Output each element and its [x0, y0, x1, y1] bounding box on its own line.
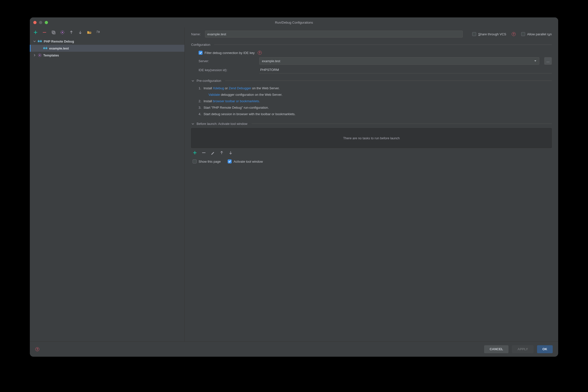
cancel-button[interactable]: CANCEL	[484, 345, 509, 353]
chevron-down-icon	[33, 40, 36, 43]
tree-group-label: PHP Remote Debug	[44, 40, 74, 43]
close-icon[interactable]	[33, 21, 36, 24]
show-this-page-checkbox[interactable]: Show this page	[193, 160, 221, 164]
link[interactable]: Validate	[209, 93, 220, 96]
help-icon[interactable]: ?	[512, 32, 516, 36]
move-up-icon[interactable]	[69, 30, 73, 34]
remove-task-icon[interactable]	[202, 150, 206, 155]
zoom-icon[interactable]	[45, 21, 48, 24]
tree-group-php-remote-debug[interactable]: PHP Remote Debug	[30, 38, 184, 45]
configuration-section-title: Configuration	[191, 43, 552, 46]
name-label: Name:	[191, 32, 201, 36]
checkbox-icon	[521, 32, 525, 36]
svg-rect-0	[52, 31, 54, 33]
help-icon[interactable]: ?	[258, 51, 262, 55]
svg-rect-1	[53, 32, 55, 34]
gear-icon	[38, 53, 42, 57]
link[interactable]: Xdebug	[213, 86, 224, 90]
folder-icon[interactable]	[87, 30, 91, 34]
preconfig-step: 4.Start debug session in browser with th…	[199, 111, 552, 118]
svg-rect-5	[43, 47, 45, 49]
sort-icon[interactable]	[96, 30, 100, 34]
svg-rect-4	[40, 40, 42, 42]
php-bug-icon	[43, 46, 48, 50]
move-task-down-icon[interactable]	[228, 150, 233, 155]
server-label: Server:	[199, 59, 256, 63]
ide-key-label: IDE key(session id):	[199, 68, 256, 72]
preconfig-step: 2.Install browser toolbar or bookmarklet…	[199, 98, 552, 104]
sidebar: PHP Remote Debug example.test	[30, 27, 185, 341]
dialog-window: Run/Debug Configurations	[30, 18, 558, 357]
config-tree[interactable]: PHP Remote Debug example.test	[30, 37, 184, 341]
window-controls	[33, 21, 48, 24]
preconfig-step: 3.Start "PHP Remote Debug" run-configura…	[199, 104, 552, 111]
preconfig-list: 1.Install Xdebug or Zend Debugger on the…	[191, 85, 552, 118]
svg-rect-3	[38, 40, 39, 42]
browse-server-button[interactable]: …	[544, 57, 552, 65]
checkbox-icon	[193, 160, 197, 164]
allow-parallel-run-checkbox[interactable]: Allow parallel run	[521, 32, 552, 36]
minimize-icon[interactable]	[39, 21, 42, 24]
tree-group-label: Templates	[43, 54, 59, 57]
add-task-icon[interactable]	[193, 150, 197, 155]
svg-point-2	[62, 32, 63, 33]
dialog-title: Run/Debug Configurations	[30, 21, 558, 24]
tree-item-example-test[interactable]: example.test	[30, 45, 184, 52]
chevron-right-icon	[33, 54, 36, 57]
copy-icon[interactable]	[51, 30, 56, 34]
server-select[interactable]: example.test	[259, 57, 539, 65]
sidebar-toolbar	[30, 27, 184, 37]
filter-ide-key-checkbox[interactable]: Filter debug connection by IDE key	[199, 51, 255, 55]
chevron-down-icon	[534, 59, 537, 63]
link[interactable]: browser toolbar or bookmarklets.	[213, 99, 260, 103]
move-task-up-icon[interactable]	[220, 150, 224, 155]
move-down-icon[interactable]	[78, 30, 82, 34]
preconfig-step: 1.Install Xdebug or Zend Debugger on the…	[199, 85, 552, 92]
apply-button[interactable]: APPLY	[512, 345, 533, 353]
checkbox-checked-icon	[199, 51, 203, 55]
php-bug-icon	[38, 40, 42, 43]
checkbox-checked-icon	[228, 160, 232, 164]
tree-item-label: example.test	[49, 46, 69, 50]
remove-icon[interactable]	[42, 30, 47, 34]
name-input[interactable]	[205, 30, 463, 38]
share-vcs-checkbox[interactable]: Share through VCS	[472, 32, 506, 36]
checkbox-icon	[472, 32, 476, 36]
titlebar[interactable]: Run/Debug Configurations	[30, 18, 558, 27]
settings-icon[interactable]	[60, 30, 65, 34]
link[interactable]: Zend Debugger	[229, 86, 251, 90]
ide-key-input[interactable]	[259, 66, 552, 74]
help-icon[interactable]: ?	[35, 347, 39, 351]
preconfig-section-title[interactable]: Pre-configuration	[191, 79, 552, 82]
main-panel: Name: Share through VCS ? Allow parallel…	[185, 27, 558, 341]
chevron-down-icon	[191, 122, 195, 125]
svg-point-7	[39, 55, 40, 56]
dialog-footer: ? CANCEL APPLY OK	[30, 341, 558, 357]
ok-button[interactable]: OK	[537, 345, 553, 353]
before-launch-tasks[interactable]: There are no tasks to run before launch	[191, 128, 552, 148]
add-icon[interactable]	[33, 30, 38, 34]
edit-task-icon[interactable]	[211, 150, 215, 155]
chevron-down-icon	[191, 79, 195, 82]
before-launch-section-title[interactable]: Before launch: Activate tool window	[191, 122, 552, 126]
preconfig-step: Validate debugger configuration on the W…	[199, 92, 552, 98]
svg-rect-6	[45, 47, 47, 49]
activate-tool-window-checkbox[interactable]: Activate tool window	[228, 160, 263, 164]
tree-group-templates[interactable]: Templates	[30, 52, 184, 59]
